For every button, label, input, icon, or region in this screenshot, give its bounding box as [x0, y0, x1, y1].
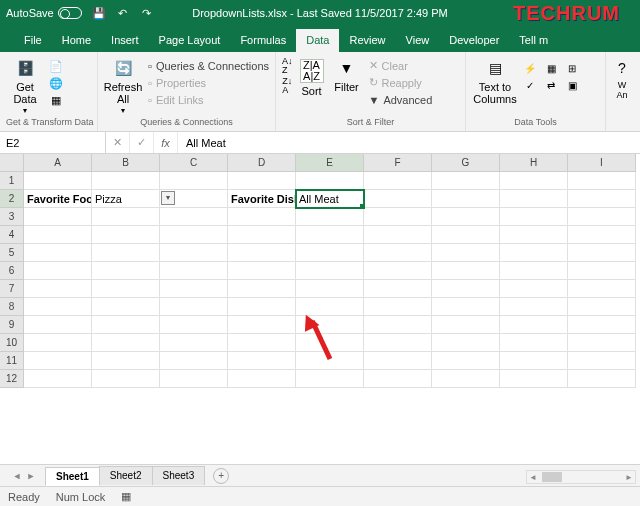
- cell[interactable]: [160, 262, 228, 280]
- cell[interactable]: [568, 352, 636, 370]
- from-text-icon[interactable]: 📄: [48, 59, 64, 73]
- cell[interactable]: [92, 352, 160, 370]
- cell[interactable]: [500, 190, 568, 208]
- relationships-icon[interactable]: ⇄: [543, 78, 559, 92]
- cell[interactable]: [228, 172, 296, 190]
- cell[interactable]: [364, 370, 432, 388]
- cell[interactable]: Pizza: [92, 190, 160, 208]
- cell[interactable]: [432, 226, 500, 244]
- cell[interactable]: [432, 334, 500, 352]
- horizontal-scrollbar[interactable]: ◄ ►: [526, 470, 636, 484]
- cell[interactable]: [296, 352, 364, 370]
- cell[interactable]: [364, 190, 432, 208]
- column-header[interactable]: H: [500, 154, 568, 172]
- cell[interactable]: [500, 172, 568, 190]
- advanced-button[interactable]: ▼Advanced: [367, 91, 435, 108]
- sheet-tab[interactable]: Sheet2: [99, 466, 153, 485]
- refresh-all-button[interactable]: 🔄 Refresh All ▾: [104, 57, 142, 116]
- remove-dup-icon[interactable]: ▦: [543, 61, 559, 75]
- name-box[interactable]: E2: [0, 132, 106, 153]
- cell[interactable]: [24, 334, 92, 352]
- cell[interactable]: [568, 298, 636, 316]
- cell[interactable]: [364, 226, 432, 244]
- cell[interactable]: [432, 316, 500, 334]
- cell[interactable]: [24, 172, 92, 190]
- column-header[interactable]: D: [228, 154, 296, 172]
- row-header[interactable]: 4: [0, 226, 24, 244]
- tab-data[interactable]: Data: [296, 29, 339, 52]
- cell[interactable]: [160, 208, 228, 226]
- clear-button[interactable]: ✕Clear: [367, 57, 435, 74]
- row-header[interactable]: 3: [0, 208, 24, 226]
- consolidate-icon[interactable]: ⊞: [564, 61, 580, 75]
- cell[interactable]: [568, 244, 636, 262]
- add-sheet-button[interactable]: +: [213, 468, 229, 484]
- cell[interactable]: [432, 370, 500, 388]
- save-icon[interactable]: 💾: [92, 6, 106, 20]
- cell[interactable]: Favorite Food: [24, 190, 92, 208]
- cell[interactable]: [432, 262, 500, 280]
- cell[interactable]: [228, 208, 296, 226]
- tab-formulas[interactable]: Formulas: [230, 29, 296, 52]
- cell[interactable]: [500, 208, 568, 226]
- cell[interactable]: [228, 316, 296, 334]
- cell[interactable]: [160, 298, 228, 316]
- tab-tell-m[interactable]: Tell m: [509, 29, 558, 52]
- sheet-nav-next[interactable]: ►: [24, 469, 38, 483]
- data-validation-icon[interactable]: ✓: [522, 78, 538, 92]
- from-web-icon[interactable]: 🌐: [48, 76, 64, 90]
- column-header[interactable]: A: [24, 154, 92, 172]
- tab-home[interactable]: Home: [52, 29, 101, 52]
- reapply-button[interactable]: ↻Reapply: [367, 74, 435, 91]
- cell[interactable]: [160, 334, 228, 352]
- cell[interactable]: [568, 262, 636, 280]
- tab-review[interactable]: Review: [339, 29, 395, 52]
- sort-button[interactable]: Z|AA|Z Sort: [297, 57, 327, 97]
- cell[interactable]: [432, 172, 500, 190]
- cell[interactable]: [500, 316, 568, 334]
- cell[interactable]: All Meat: [296, 190, 364, 208]
- cell[interactable]: [364, 262, 432, 280]
- cell[interactable]: [24, 352, 92, 370]
- tab-view[interactable]: View: [396, 29, 440, 52]
- cell[interactable]: [228, 244, 296, 262]
- cell[interactable]: [296, 244, 364, 262]
- cell[interactable]: [228, 226, 296, 244]
- cell[interactable]: [500, 298, 568, 316]
- cell[interactable]: [568, 226, 636, 244]
- cell[interactable]: [160, 244, 228, 262]
- column-header[interactable]: F: [364, 154, 432, 172]
- queries-item[interactable]: ▫Queries & Connections: [146, 57, 271, 74]
- macro-record-icon[interactable]: ▦: [121, 490, 131, 503]
- cell[interactable]: [24, 226, 92, 244]
- cell[interactable]: [160, 280, 228, 298]
- cell[interactable]: [432, 280, 500, 298]
- cell[interactable]: [296, 280, 364, 298]
- cell[interactable]: [92, 262, 160, 280]
- cell[interactable]: [432, 208, 500, 226]
- tab-file[interactable]: File: [14, 29, 52, 52]
- cell[interactable]: [228, 334, 296, 352]
- cell[interactable]: ▾: [160, 190, 228, 208]
- cell[interactable]: [296, 334, 364, 352]
- cell[interactable]: [364, 334, 432, 352]
- cell[interactable]: [500, 226, 568, 244]
- cell[interactable]: [296, 370, 364, 388]
- cell[interactable]: [228, 298, 296, 316]
- cell[interactable]: [228, 352, 296, 370]
- cell[interactable]: [500, 370, 568, 388]
- undo-icon[interactable]: ↶: [116, 6, 130, 20]
- filter-button[interactable]: ▼ Filter: [331, 57, 363, 93]
- what-if-button[interactable]: ? W An: [612, 57, 632, 101]
- row-header[interactable]: 1: [0, 172, 24, 190]
- row-header[interactable]: 8: [0, 298, 24, 316]
- cell[interactable]: [92, 226, 160, 244]
- row-header[interactable]: 6: [0, 262, 24, 280]
- get-data-button[interactable]: 🗄️ Get Data ▾: [6, 57, 44, 116]
- cell[interactable]: [364, 172, 432, 190]
- chevron-down-icon[interactable]: ▾: [161, 191, 175, 205]
- cell[interactable]: [364, 316, 432, 334]
- cell[interactable]: [160, 226, 228, 244]
- cell[interactable]: [92, 244, 160, 262]
- row-header[interactable]: 7: [0, 280, 24, 298]
